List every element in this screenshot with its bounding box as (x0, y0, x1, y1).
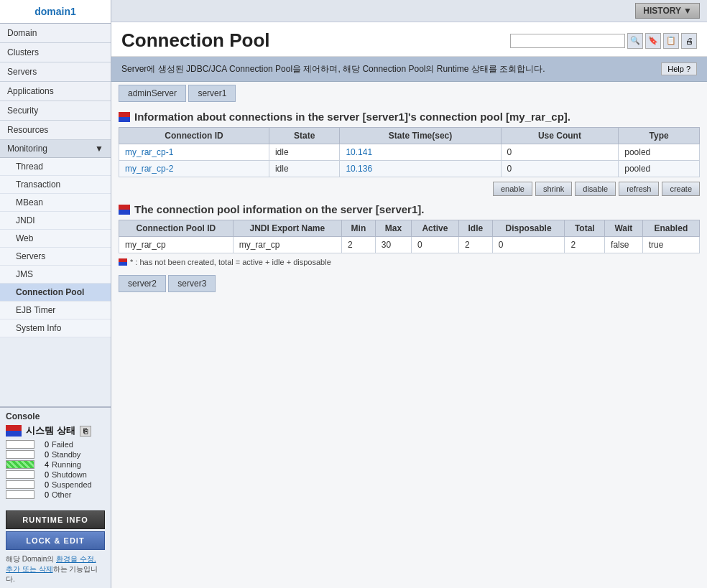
table-row: my_rar_cp-1 idle 10.141 0 pooled (119, 144, 700, 161)
create-button[interactable]: create (662, 182, 700, 196)
copy-icon[interactable]: ⎘ (80, 426, 91, 437)
refresh-button[interactable]: refresh (619, 182, 659, 196)
col-total: Total (565, 220, 605, 237)
disposable-cell: 0 (492, 237, 565, 253)
sidebar-item-system-info[interactable]: System Info (0, 319, 111, 337)
conn-id-link-2[interactable]: my_rar_cp-2 (125, 164, 173, 174)
help-button[interactable]: Help ? (661, 62, 697, 75)
sidebar-item-web[interactable]: Web (0, 230, 111, 248)
bookmark-button[interactable]: 🔖 (645, 33, 661, 49)
admin-server-tab[interactable]: adminServer (119, 85, 186, 102)
search-input[interactable] (510, 34, 625, 48)
shrink-button[interactable]: shrink (535, 182, 572, 196)
section2-flag (119, 205, 130, 215)
sidebar-item-transaction[interactable]: Transaction (0, 176, 111, 194)
state-row-running: 4 Running (6, 460, 105, 469)
monitoring-section[interactable]: Monitoring ▼ (0, 140, 111, 158)
print-button[interactable]: 🖨 (681, 33, 697, 49)
table-row: my_rar_cp my_rar_cp 2 30 0 2 0 2 false t… (119, 237, 700, 253)
system-state-icon (6, 425, 22, 437)
history-button[interactable]: HISTORY ▼ (635, 3, 700, 19)
jndi-cell: my_rar_cp (233, 237, 341, 253)
domain-name: domain1 (34, 6, 76, 17)
sidebar-logo[interactable]: domain1 (0, 0, 111, 24)
page-title: Connection Pool (121, 29, 270, 52)
running-bar (6, 460, 34, 469)
conn-state-2: idle (269, 161, 339, 177)
section1-title: Information about connections in the ser… (134, 111, 570, 123)
action-buttons: enable shrink disable refresh create (119, 182, 700, 196)
col-disposable: Disposable (492, 220, 565, 237)
col-type: Type (619, 128, 700, 144)
server1-tab[interactable]: server1 (188, 85, 236, 102)
nav-security[interactable]: Security (0, 101, 111, 121)
col-use-count: Use Count (501, 128, 619, 144)
export-button[interactable]: 📋 (663, 33, 679, 49)
total-cell: 2 (565, 237, 605, 253)
conn-id-2: my_rar_cp-2 (119, 161, 269, 177)
col-state-time: State Time(sec) (340, 128, 501, 144)
enable-button[interactable]: enable (493, 182, 532, 196)
col-pool-id: Connection Pool ID (119, 220, 234, 237)
server2-tab[interactable]: server2 (119, 275, 166, 292)
conn-count-2: 0 (501, 161, 619, 177)
col-state: State (269, 128, 339, 144)
console-note-link[interactable]: 환경을 수정, 추가 또는 삭제 (6, 555, 96, 573)
standby-bar (6, 450, 34, 459)
lock-edit-button[interactable]: LOCK & EDIT (6, 531, 105, 550)
sidebar-item-connection-pool[interactable]: Connection Pool (0, 284, 111, 302)
content-area: adminServer server1 Information about co… (111, 82, 707, 301)
nav-resources[interactable]: Resources (0, 121, 111, 140)
footnote: * : has not been created, total = active… (119, 258, 700, 266)
nav-servers[interactable]: Servers (0, 62, 111, 82)
conn-time-link-2[interactable]: 10.136 (346, 164, 372, 174)
state-row-other: 0 Other (6, 490, 105, 499)
search-bar: 🔍 🔖 📋 🖨 (510, 33, 697, 49)
connections-table: Connection ID State State Time(sec) Use … (119, 127, 700, 177)
server3-tab[interactable]: server3 (168, 275, 216, 292)
nav-applications[interactable]: Applications (0, 82, 111, 101)
sidebar: domain1 Domain Clusters Servers Applicat… (0, 0, 111, 588)
search-button[interactable]: 🔍 (627, 33, 643, 49)
sidebar-item-ejb-timer[interactable]: EJB Timer (0, 302, 111, 319)
footnote-flag (119, 258, 127, 266)
sidebar-item-mbean[interactable]: MBean (0, 194, 111, 212)
conn-id-link-1[interactable]: my_rar_cp-1 (125, 147, 173, 157)
state-row-failed: 0 Failed (6, 440, 105, 449)
conn-time-1: 10.141 (340, 144, 501, 161)
section1-flag (119, 112, 130, 122)
conn-time-link-1[interactable]: 10.141 (346, 147, 372, 157)
idle-cell: 2 (458, 237, 492, 253)
enabled-cell: true (642, 237, 699, 253)
col-max: Max (375, 220, 411, 237)
conn-type-2: pooled (619, 161, 700, 177)
topbar: HISTORY ▼ (111, 0, 707, 22)
col-wait: Wait (605, 220, 643, 237)
conn-time-2: 10.136 (340, 161, 501, 177)
disable-button[interactable]: disable (575, 182, 616, 196)
state-row-suspended: 0 Suspended (6, 480, 105, 489)
section2-title: The connection pool information on the s… (134, 203, 424, 215)
sidebar-item-jndi[interactable]: JNDI (0, 212, 111, 230)
state-row-shutdown: 0 Shutdown (6, 470, 105, 479)
page-header: Connection Pool 🔍 🔖 📋 🖨 (111, 22, 707, 57)
col-idle: Idle (458, 220, 492, 237)
console-note: 해당 Domain의 환경을 수정, 추가 또는 삭제하는 기능입니다. (6, 554, 105, 584)
sidebar-item-servers-mon[interactable]: Servers (0, 248, 111, 266)
shutdown-bar (6, 470, 34, 479)
col-active: Active (411, 220, 458, 237)
runtime-info-button[interactable]: RUNTIME INFO (6, 510, 105, 529)
other-bar (6, 490, 34, 499)
info-text: Server에 생성된 JDBC/JCA Connection Pool을 제어… (121, 63, 545, 75)
section2-header: The connection pool information on the s… (119, 203, 700, 215)
section1-header: Information about connections in the ser… (119, 111, 700, 123)
max-cell: 30 (375, 237, 411, 253)
nav-domain[interactable]: Domain (0, 24, 111, 43)
conn-state-1: idle (269, 144, 339, 161)
sidebar-item-thread[interactable]: Thread (0, 158, 111, 176)
suspended-bar (6, 480, 34, 489)
table-row: my_rar_cp-2 idle 10.136 0 pooled (119, 161, 700, 177)
sidebar-item-jms[interactable]: JMS (0, 266, 111, 284)
active-cell: 0 (411, 237, 458, 253)
nav-clusters[interactable]: Clusters (0, 43, 111, 62)
